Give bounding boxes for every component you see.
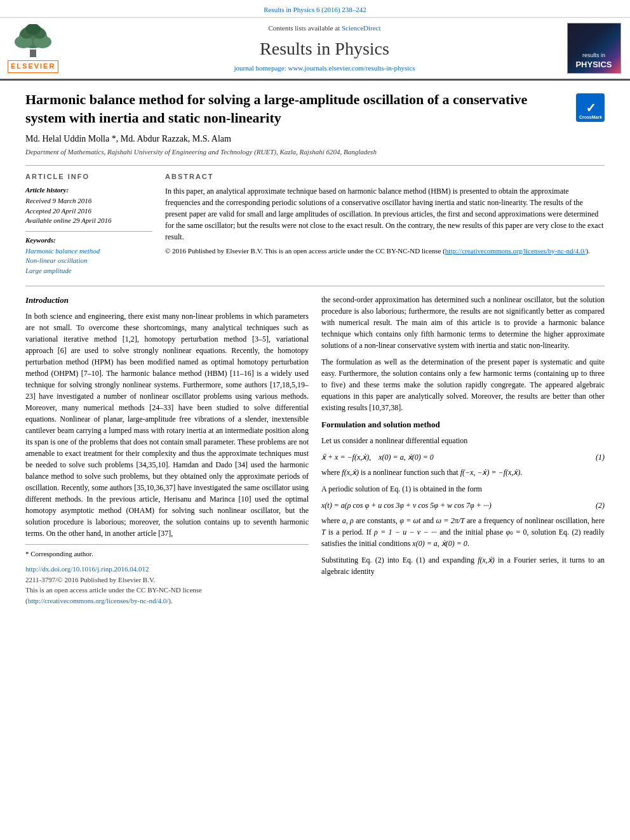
journal-title: Results in Physics bbox=[260, 36, 389, 61]
footer-license-link[interactable]: http://creativecommons.org/licenses/by-n… bbox=[28, 597, 169, 604]
issn-text: 2211-3797/© 2016 Published by Elsevier B… bbox=[25, 576, 155, 583]
equation-2: x(t) = a(ρ cos φ + u cos 3φ + ν cos 5φ +… bbox=[321, 500, 605, 511]
accepted-date: Accepted 20 April 2016 bbox=[25, 206, 152, 216]
elsevier-tree-icon bbox=[8, 24, 58, 59]
license-suffix: ). bbox=[586, 247, 589, 255]
right-para5: A periodic solution of Eq. (1) is obtain… bbox=[321, 483, 605, 495]
than-word: than bbox=[573, 392, 586, 401]
journal-citation: Results in Physics 6 (2016) 238–242 bbox=[264, 6, 366, 13]
eq2-number: (2) bbox=[586, 500, 605, 511]
right-para7: Substituting Eq. (2) into Eq. (1) and ex… bbox=[321, 554, 605, 577]
right-para3: Let us consider a nonlinear differential… bbox=[321, 435, 605, 446]
footer-links: http://dx.doi.org/10.1016/j.rinp.2016.04… bbox=[25, 564, 309, 606]
journal-header-left: ELSEVIER bbox=[8, 23, 84, 74]
keyword-2: Non-linear oscillation bbox=[25, 256, 152, 265]
authors-text: Md. Helal Uddin Molla *, Md. Abdur Razza… bbox=[25, 134, 231, 143]
divider bbox=[25, 231, 152, 232]
article-title-section: Harmonic balance method for solving a la… bbox=[25, 91, 605, 127]
doi-link[interactable]: http://dx.doi.org/10.1016/j.rinp.2016.04… bbox=[25, 565, 149, 573]
right-para2: The formulation as well as the determina… bbox=[321, 356, 605, 413]
received-date: Received 9 March 2016 bbox=[25, 196, 152, 206]
svg-rect-0 bbox=[30, 50, 36, 57]
these-word: these bbox=[123, 323, 139, 332]
sciencedirect-line: Contents lists available at ScienceDirec… bbox=[268, 23, 380, 33]
sciencedirect-link[interactable]: ScienceDirect bbox=[342, 24, 381, 32]
crossmark-icon: ✓ CrossMark bbox=[576, 93, 605, 122]
body-left-col: Introduction In both science and enginee… bbox=[25, 294, 309, 606]
article-history: Article history: Received 9 March 2016 A… bbox=[25, 185, 152, 226]
article-title: Harmonic balance method for solving a la… bbox=[25, 91, 570, 127]
the-word: the bbox=[321, 295, 331, 304]
equation-1: ẍ + x = −f(x,ẋ), x(0) = a, ẋ(0) = 0 (1) bbox=[321, 451, 605, 463]
right-para6: where a, ρ are constants, φ = ωt and ω =… bbox=[321, 515, 605, 549]
keyword-1: Harmonic balance method bbox=[25, 246, 152, 256]
svg-text:✓: ✓ bbox=[585, 101, 596, 115]
article-abstract-col: ABSTRACT In this paper, an analytical ap… bbox=[165, 172, 605, 276]
article-meta-row: ARTICLE INFO Article history: Received 9… bbox=[25, 165, 605, 276]
page-wrapper: Results in Physics 6 (2016) 238–242 ELSE… bbox=[0, 0, 630, 840]
abstract-header: ABSTRACT bbox=[165, 172, 605, 182]
body-right-col: the second-order approximation has deter… bbox=[321, 294, 605, 606]
right-para4: where f(x,ẋ) is a nonlinear function suc… bbox=[321, 467, 605, 478]
journal-homepage: journal homepage: www.journals.elsevier.… bbox=[234, 63, 415, 73]
formulation-heading: Formulation and solution method bbox=[321, 418, 605, 431]
footer-license: This is an open access article under the… bbox=[25, 586, 202, 604]
history-label: Article history: bbox=[25, 185, 152, 195]
physics-text: PHYSICS bbox=[575, 59, 612, 70]
article-info-col: ARTICLE INFO Article history: Received 9… bbox=[25, 172, 152, 276]
elsevier-logo: ELSEVIER bbox=[8, 24, 58, 72]
results-in-text: results in bbox=[582, 52, 605, 59]
crossmark-svg: ✓ CrossMark bbox=[578, 95, 603, 121]
eq1-text: ẍ + x = −f(x,ẋ), x(0) = a, ẋ(0) = 0 bbox=[321, 451, 586, 463]
abstract-license: © 2016 Published by Elsevier B.V. This i… bbox=[165, 246, 605, 256]
journal-header-right: results in PHYSICS bbox=[565, 23, 622, 74]
journal-cover-image: results in PHYSICS bbox=[567, 23, 621, 74]
journal-top-bar: Results in Physics 6 (2016) 238–242 bbox=[0, 0, 630, 18]
crossmark-badge: ✓ CrossMark bbox=[576, 93, 605, 122]
footnote-text: * Corresponding author. bbox=[25, 550, 93, 557]
license-prefix: © 2016 Published by Elsevier B.V. This i… bbox=[165, 247, 445, 255]
journal-header: ELSEVIER Contents lists available at Sci… bbox=[0, 18, 630, 81]
right-para1: the second-order approximation has deter… bbox=[321, 294, 605, 351]
article-affiliation: Department of Mathematics, Rajshahi Univ… bbox=[25, 147, 605, 157]
keywords-label: Keywords: bbox=[25, 236, 152, 245]
footnote-area: * Corresponding author. bbox=[25, 544, 309, 559]
these-word-2: these bbox=[364, 380, 380, 389]
elsevier-label: ELSEVIER bbox=[8, 60, 58, 72]
article-body: Introduction In both science and enginee… bbox=[25, 286, 605, 606]
article-info-header: ARTICLE INFO bbox=[25, 172, 152, 182]
eq1-number: (1) bbox=[586, 451, 605, 463]
article-content: Harmonic balance method for solving a la… bbox=[0, 81, 630, 616]
available-date: Available online 29 April 2016 bbox=[25, 216, 152, 225]
article-authors: Md. Helal Uddin Molla *, Md. Abdur Razza… bbox=[25, 133, 605, 145]
contents-list-text: Contents lists available at bbox=[268, 24, 341, 32]
svg-text:CrossMark: CrossMark bbox=[579, 115, 601, 119]
eq2-text: x(t) = a(ρ cos φ + u cos 3φ + ν cos 5φ +… bbox=[321, 500, 586, 511]
license-link[interactable]: http://creativecommons.org/licenses/by-n… bbox=[445, 247, 586, 255]
intro-heading: Introduction bbox=[25, 294, 309, 307]
intro-para1: In both science and engineering, there e… bbox=[25, 310, 309, 539]
keyword-3: Large amplitude bbox=[25, 266, 152, 276]
journal-header-center: Contents lists available at ScienceDirec… bbox=[90, 23, 559, 74]
abstract-text: In this paper, an analytical approximate… bbox=[165, 185, 605, 243]
